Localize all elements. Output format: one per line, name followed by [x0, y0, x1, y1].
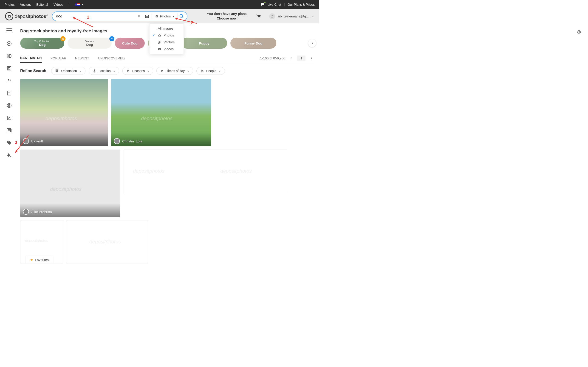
svg-point-0 [9, 16, 10, 17]
result-card[interactable]: depositphotos AllaSerebrina [20, 150, 120, 217]
fill-color-icon[interactable] [6, 152, 12, 158]
pager: 1-100 of 859,766 1 [260, 56, 314, 61]
pills-next-button[interactable] [308, 39, 316, 47]
live-chat-link[interactable]: Live Chat [268, 3, 281, 6]
trending-icon[interactable] [6, 41, 12, 46]
svg-point-8 [159, 35, 160, 36]
svg-point-14 [8, 79, 9, 81]
frame-icon[interactable] [6, 66, 12, 71]
chevron-down-icon: ⌄ [219, 69, 221, 73]
pill-top-collection-dog[interactable]: Top CollectionDog [20, 38, 64, 49]
pill-funny-dog[interactable]: Funny Dog [230, 38, 276, 49]
plans-link[interactable]: Our Plans & Prices [288, 3, 315, 6]
nav-vectors[interactable]: Vectors [20, 3, 31, 6]
author-name: Christin_Lola [122, 139, 142, 143]
chevron-down-icon: ⌄ [79, 69, 82, 73]
chip-orientation[interactable]: Orientation⌄ [51, 67, 85, 75]
chat-icon[interactable] [261, 2, 265, 7]
orientation-icon [55, 69, 59, 73]
camera-icon [155, 15, 159, 18]
author-avatar [114, 138, 120, 144]
nav-videos[interactable]: Videos [53, 3, 63, 6]
pill-vectors-dog[interactable]: VectorsDog [68, 38, 112, 49]
favorites-tooltip[interactable]: ★ Favorites [26, 256, 53, 264]
caret-down-icon: ▼ [82, 3, 84, 6]
svg-point-34 [202, 70, 203, 71]
plans-cta[interactable]: You don't have any plans. Choose now! [207, 12, 247, 21]
tab-undiscovered[interactable]: UNDISCOVERED [98, 54, 124, 62]
content-type-dropdown: All Images ✓ Photos Vectors Videos [149, 23, 184, 54]
expand-icon[interactable] [6, 115, 12, 121]
svg-point-33 [201, 70, 202, 71]
circle-user-icon[interactable] [6, 103, 12, 108]
people-icon[interactable] [6, 78, 12, 83]
header: depositphotos® × Photos ▲ You don't have… [0, 9, 319, 23]
svg-point-1 [146, 16, 148, 17]
annotation-1: 1 [70, 15, 98, 31]
svg-point-27 [8, 142, 9, 142]
svg-point-31 [94, 70, 95, 71]
chip-times-of-day[interactable]: Times of day⌄ [156, 67, 193, 75]
dropdown-vectors[interactable]: Vectors [149, 39, 183, 46]
author-name: Bigandt [31, 139, 43, 143]
svg-point-32 [162, 70, 163, 72]
chevron-right-icon [311, 42, 314, 45]
news-icon[interactable] [6, 127, 12, 133]
tab-popular[interactable]: POPULAR [51, 54, 66, 62]
globe-icon[interactable] [6, 53, 12, 59]
svg-line-39 [15, 135, 28, 153]
location-icon [93, 69, 96, 73]
result-range: 1-100 of 859,766 [260, 56, 285, 60]
content: Dog stock photos and royalty-free images… [18, 23, 319, 264]
result-card[interactable]: depositphotos Christin_Lola [111, 79, 211, 146]
chevron-down-icon: ⌄ [113, 69, 115, 73]
chip-people[interactable]: People⌄ [196, 67, 225, 75]
pill-cute-dog[interactable]: Cute Dog [115, 38, 145, 49]
user-menu[interactable]: sibirtsevamaria@g… ▼ [269, 13, 314, 19]
chevron-down-icon: ▼ [312, 15, 314, 18]
tag-icon[interactable] [6, 140, 12, 145]
result-card[interactable]: depositphotos ★ Favorites [20, 220, 63, 264]
avatar-icon [269, 13, 275, 19]
page-prev-button[interactable] [288, 56, 294, 60]
nav-editorial[interactable]: Editorial [36, 3, 48, 6]
page-next-button[interactable] [309, 56, 314, 60]
page-number[interactable]: 1 [297, 56, 305, 61]
chevron-down-icon: ⌄ [187, 69, 189, 73]
crown-badge-icon: ♛ [61, 36, 65, 41]
svg-point-6 [259, 17, 260, 18]
tab-newest[interactable]: NEWEST [75, 54, 89, 62]
pill-puppy[interactable]: Puppy [181, 38, 227, 49]
dropdown-photos[interactable]: ✓ Photos [149, 32, 183, 39]
document-icon[interactable] [6, 90, 12, 96]
star-icon: ★ [30, 258, 33, 262]
author-name: AllaSerebrina [31, 210, 52, 214]
result-card[interactable]: depositphotos depositphotos [124, 150, 287, 193]
result-card[interactable]: depositphotos Bigandt [20, 79, 108, 146]
check-icon: ✓ [152, 33, 156, 37]
pen-icon [158, 41, 161, 44]
logo[interactable]: depositphotos® [5, 12, 48, 20]
cart-icon[interactable] [255, 13, 261, 19]
result-card[interactable]: depositphotos [66, 220, 148, 264]
annotation-2: 2 [174, 17, 199, 26]
play-icon [158, 48, 161, 51]
chip-location[interactable]: Location⌄ [89, 67, 119, 75]
chip-seasons[interactable]: Seasons⌄ [122, 67, 153, 75]
clear-search-icon[interactable]: × [135, 14, 142, 19]
separator: | [69, 3, 69, 6]
dropdown-all-images[interactable]: All Images [149, 25, 183, 32]
svg-point-21 [9, 104, 10, 106]
search-by-image-icon[interactable] [142, 14, 152, 19]
sort-tabs: BEST MATCH POPULAR NEWEST UNDISCOVERED 1… [20, 54, 314, 63]
svg-line-35 [73, 17, 93, 27]
tab-best-match[interactable]: BEST MATCH [20, 54, 42, 63]
time-icon [160, 69, 164, 73]
dropdown-videos[interactable]: Videos [149, 46, 183, 52]
menu-icon[interactable] [6, 28, 12, 34]
refine-title: Refine Search [20, 69, 46, 73]
language-selector[interactable]: ▼ [75, 3, 84, 6]
nav-photos[interactable]: Photos [5, 3, 15, 6]
svg-rect-12 [7, 67, 11, 70]
svg-line-37 [175, 18, 197, 23]
